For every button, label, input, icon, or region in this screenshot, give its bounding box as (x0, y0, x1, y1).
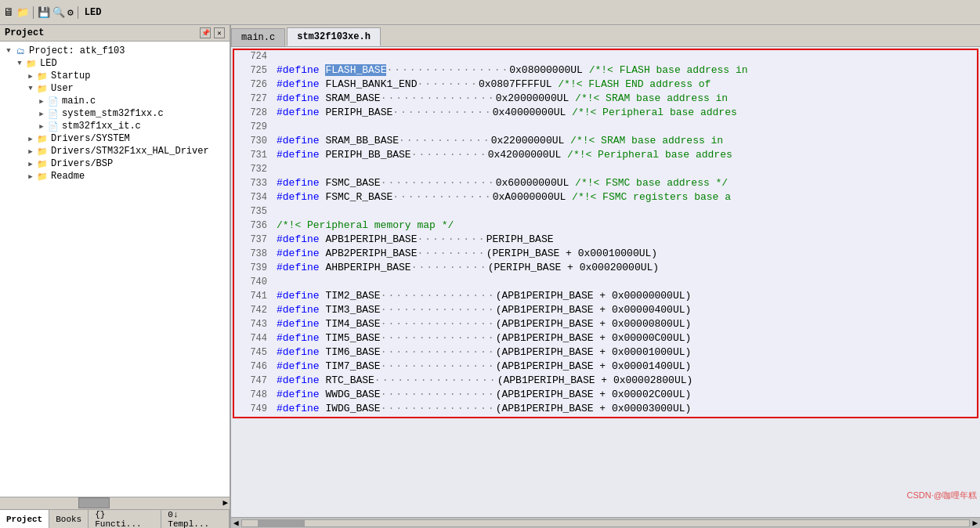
folder-icon-drv-bsp: 📁 (36, 158, 49, 169)
code-line-740: 740 (234, 276, 977, 290)
folder-icon-readme: 📁 (36, 171, 49, 182)
tree-item-system-c[interactable]: ▶ 📄 system_stm32f1xx.c (0, 107, 230, 120)
code-line-728: 728 #define PERIPH_BASE·············0x40… (234, 107, 977, 121)
toolbar-icon-4[interactable]: 🔍 (52, 6, 65, 19)
tree-arrow-system: ▶ (36, 110, 47, 118)
toolbar-icon-5[interactable]: ⚙ (67, 6, 74, 19)
tree-arrow-user: ▼ (25, 85, 36, 92)
code-line-729: 729 (234, 121, 977, 135)
tree-arrow-drv-system: ▶ (25, 135, 36, 143)
code-line-746: 746 #define TIM7_BASE···············(APB… (234, 360, 977, 374)
code-line-748: 748 #define WWDG_BASE···············(APB… (234, 389, 977, 403)
panel-pin-icon[interactable]: 📌 (200, 27, 211, 38)
code-line-724: 724 (234, 50, 977, 64)
code-area[interactable]: 724 725 #define FLASH_BASE··············… (231, 47, 980, 517)
tree-item-drv-hal[interactable]: ▶ 📁 Drivers/STM32F1xx_HAL_Driver (0, 145, 230, 157)
code-line-737: 737 #define APB1PERIPH_BASE·········PERI… (234, 233, 977, 248)
scroll-right-arrow[interactable]: ▶ (222, 497, 230, 508)
tree-item-led[interactable]: ▼ 📁 LED (0, 57, 230, 70)
toolbar-separator (33, 6, 34, 19)
code-line-743: 743 #define TIM4_BASE···············(APB… (234, 318, 977, 332)
code-line-749: 749 #define IWDG_BASE···············(APB… (234, 403, 977, 417)
right-panel: main.c stm32f103xe.h 724 725 #define FLA… (231, 25, 980, 528)
tab-project-label: Project (6, 515, 42, 524)
hscroll-track[interactable] (241, 519, 971, 527)
code-line-731: 731 #define PERIPH_BB_BASE··········0x42… (234, 149, 977, 163)
tree-label-drv-system: Drivers/SYSTEM (51, 133, 130, 144)
panel-close-icon[interactable]: ✕ (214, 27, 225, 38)
code-line-727: 727 #define SRAM_BASE···············0x20… (234, 92, 977, 107)
tree-item-drv-system[interactable]: ▶ 📁 Drivers/SYSTEM (0, 132, 230, 145)
tree-arrow-drv-bsp: ▶ (25, 160, 36, 168)
project-icon: 🗂 (14, 45, 27, 56)
toolbar-icon-2[interactable]: 📁 (16, 6, 29, 19)
file-icon-main: 📄 (47, 96, 60, 107)
code-line-738: 738 #define APB2PERIPH_BASE·········(PER… (234, 248, 977, 262)
tree-label-startup: Startup (51, 71, 90, 81)
tree-arrow-main: ▶ (36, 97, 47, 106)
tree-item-user[interactable]: ▼ 📁 User (0, 82, 230, 95)
code-line-736: 736 /*!< Peripheral memory map */ (234, 219, 977, 233)
file-icon-system: 📄 (47, 108, 60, 119)
tree-item-main-c[interactable]: ▶ 📄 main.c (0, 95, 230, 107)
scroll-left-btn[interactable]: ◀ (231, 518, 241, 528)
hscroll-thumb[interactable] (258, 520, 305, 526)
tree-item-stm32-it[interactable]: ▶ 📄 stm32f1xx_it.c (0, 120, 230, 132)
folder-icon-drv-system: 📁 (36, 133, 49, 144)
tree-arrow-it: ▶ (36, 122, 47, 131)
tree-label-drv-hal: Drivers/STM32F1xx_HAL_Driver (51, 146, 209, 157)
tab-functi-label: {} Functi... (95, 510, 154, 529)
tree-item-startup[interactable]: ▶ 📁 Startup (0, 70, 230, 82)
file-icon-it: 📄 (47, 121, 60, 132)
watermark: CSDN·@咖哩年糕 (907, 490, 977, 501)
tree-label-project: Project: atk_f103 (29, 45, 125, 56)
tree-arrow-root: ▼ (3, 47, 14, 55)
tab-functi[interactable]: {} Functi... (89, 510, 161, 528)
toolbar-separator-2 (78, 6, 78, 19)
tree-label-main-c: main.c (62, 96, 96, 107)
code-line-726: 726 #define FLASH_BANK1_END········0x080… (234, 78, 977, 92)
toolbar-icon-1[interactable]: 🖥 (3, 6, 14, 19)
code-line-730: 730 #define SRAM_BB_BASE············0x22… (234, 135, 977, 149)
main-layout: Project 📌 ✕ ▼ 🗂 Project: atk_f103 ▼ 📁 LE… (0, 25, 980, 528)
code-line-734: 734 #define FSMC_R_BASE·············0xA0… (234, 191, 977, 205)
code-highlight-box: 724 725 #define FLASH_BASE··············… (233, 49, 978, 418)
code-line-741: 741 #define TIM2_BASE···············(APB… (234, 290, 977, 304)
file-tab-stm32xe[interactable]: stm32f103xe.h (287, 27, 381, 46)
hscroll-bar[interactable]: ◀ ▶ (231, 517, 980, 528)
code-line-742: 742 #define TIM3_BASE···············(APB… (234, 304, 977, 318)
scroll-right-btn[interactable]: ▶ (970, 518, 980, 528)
folder-icon-drv-hal: 📁 (36, 146, 49, 157)
left-tabs: Project Books {} Functi... 0↓ Templ... (0, 509, 230, 528)
tab-books[interactable]: Books (49, 510, 89, 528)
tab-project[interactable]: Project (0, 510, 49, 528)
file-tab-stm32xe-label: stm32f103xe.h (297, 31, 371, 42)
folder-icon-user: 📁 (36, 83, 49, 94)
tree-label-led: LED (40, 58, 57, 69)
panel-header-icons: 📌 ✕ (200, 27, 225, 38)
code-line-733: 733 #define FSMC_BASE···············0x60… (234, 177, 977, 191)
tab-templ-label: 0↓ Templ... (168, 510, 222, 529)
tree-arrow-drv-hal: ▶ (25, 147, 36, 156)
toolbar-icon-3[interactable]: 💾 (38, 6, 50, 19)
file-tab-main-c-label: main.c (241, 32, 275, 43)
tree-item-readme[interactable]: ▶ 📁 Readme (0, 170, 230, 183)
code-line-725: 725 #define FLASH_BASE················0x… (234, 64, 977, 78)
tree-label-system-c: system_stm32f1xx.c (62, 108, 164, 119)
folder-icon-startup: 📁 (36, 71, 49, 81)
tab-templ[interactable]: 0↓ Templ... (161, 510, 230, 528)
tree-item-project-root[interactable]: ▼ 🗂 Project: atk_f103 (0, 45, 230, 57)
tab-books-label: Books (56, 515, 81, 524)
file-tab-main-c[interactable]: main.c (231, 28, 285, 46)
tree-arrow-startup: ▶ (25, 72, 36, 81)
panel-header: Project 📌 ✕ (0, 25, 230, 42)
toolbar-title: LED (85, 7, 102, 18)
code-line-735: 735 (234, 205, 977, 219)
project-tree[interactable]: ▼ 🗂 Project: atk_f103 ▼ 📁 LED ▶ 📁 Startu… (0, 42, 230, 497)
tree-hscroll[interactable]: ▶ (0, 497, 230, 509)
tree-arrow-readme: ▶ (25, 172, 36, 181)
tree-arrow-led: ▼ (14, 60, 25, 67)
tree-label-readme: Readme (51, 171, 85, 182)
file-tabs: main.c stm32f103xe.h (231, 25, 980, 47)
tree-item-drv-bsp[interactable]: ▶ 📁 Drivers/BSP (0, 157, 230, 170)
